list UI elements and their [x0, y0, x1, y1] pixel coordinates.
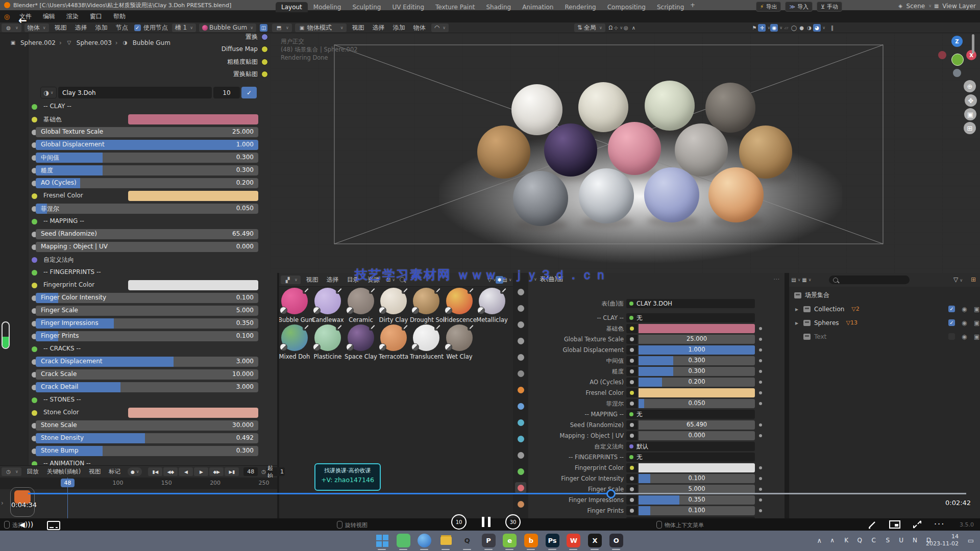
blender-menu-icon[interactable]: ◎: [3, 13, 11, 20]
menu-关键帧(插帧)[interactable]: 关键帧(插帧): [43, 468, 85, 475]
slider[interactable]: Stone Scale30.000: [36, 420, 258, 431]
menu-窗口[interactable]: 窗口: [84, 10, 108, 22]
tab-scene[interactable]: [515, 352, 526, 363]
play-reverse-button[interactable]: ◀: [179, 467, 193, 476]
slider[interactable]: Crack Scale10.000: [36, 369, 258, 380]
tab-particles[interactable]: [515, 417, 526, 428]
jump-to-end-button[interactable]: ▶▮: [225, 467, 239, 476]
slider[interactable]: Stone Bump0.300: [36, 446, 258, 456]
timeline-editor-dropdown[interactable]: ◷∨: [2, 467, 21, 476]
node-group-checkbox[interactable]: ✓: [241, 87, 257, 98]
socket-dot-box[interactable]: [626, 474, 638, 483]
slider[interactable]: 1.000: [639, 345, 755, 355]
menu-视图[interactable]: 视图: [51, 23, 71, 32]
keyframe-dot[interactable]: [759, 402, 762, 405]
socket-dot[interactable]: [32, 257, 37, 263]
asset-candlewax[interactable]: Candlewax: [311, 288, 344, 323]
timeline-ruler[interactable]: 100150200250: [0, 478, 277, 489]
menu-视图[interactable]: 视图: [302, 276, 323, 284]
menu-选择[interactable]: 选择: [369, 23, 389, 32]
clay-sphere-pink-clay[interactable]: [608, 122, 661, 175]
tab-texture[interactable]: [515, 498, 526, 510]
clay-sphere-galaxy-clay[interactable]: [544, 123, 597, 177]
slider[interactable]: Mapping : Object | UV0.000: [36, 242, 258, 252]
checkbox-toggle[interactable]: ✓: [948, 319, 955, 326]
color-swatch[interactable]: [128, 191, 258, 201]
slider[interactable]: Global Texture Scale25.000: [36, 127, 258, 137]
clay-sphere-cream-clay[interactable]: [578, 82, 628, 132]
xray-toggle-icon[interactable]: ▱: [782, 24, 790, 32]
tab-uv-editing[interactable]: UV Editing: [386, 2, 430, 12]
clay-sphere-chrome-clay[interactable]: [579, 168, 634, 223]
shading-material-icon[interactable]: ◑: [805, 24, 813, 32]
node-group-name[interactable]: Clay 3.Doh: [58, 87, 212, 98]
proportional-edit-icon[interactable]: ◎: [622, 24, 630, 32]
rewind-10-button[interactable]: 10: [451, 514, 467, 530]
menu-视图[interactable]: 视图: [348, 23, 369, 32]
slider[interactable]: 0.050: [639, 399, 755, 408]
app-quark[interactable]: [418, 534, 431, 547]
tray-expand-icon[interactable]: ∧: [817, 537, 822, 544]
tab-texture-paint[interactable]: Texture Paint: [430, 2, 480, 12]
playhead-badge[interactable]: 48: [61, 479, 75, 487]
player-progress-bar[interactable]: [28, 493, 966, 494]
tab-modifiers[interactable]: [515, 400, 526, 412]
menu-渲染[interactable]: 渲染: [61, 10, 84, 22]
enum-field[interactable]: 默认: [626, 442, 755, 451]
shading-solid-icon[interactable]: ●: [798, 24, 805, 32]
slider[interactable]: 菲涅尔0.050: [36, 204, 258, 214]
socket-dot[interactable]: [32, 270, 37, 276]
view-layer-selector[interactable]: ▦ View Layer: [933, 2, 976, 10]
socket-dot-box[interactable]: [626, 431, 638, 440]
falloff-icon[interactable]: ∧: [630, 24, 638, 32]
clay-sphere-tan-clay[interactable]: [477, 126, 530, 179]
tab-physics[interactable]: [515, 433, 526, 444]
color-swatch[interactable]: [128, 280, 258, 290]
asset-plasticine[interactable]: Plasticine: [311, 324, 344, 360]
tab-object-data[interactable]: [515, 466, 526, 477]
socket-dot[interactable]: [261, 59, 268, 65]
slider[interactable]: 65.490: [639, 420, 755, 430]
keyframe-dot[interactable]: [759, 477, 762, 480]
socket-dot[interactable]: [32, 410, 37, 416]
forward-30-button[interactable]: 30: [505, 514, 521, 530]
enum-field[interactable]: 无: [626, 313, 755, 322]
filter-icon[interactable]: ▽∨: [953, 276, 963, 283]
tray-icon-6[interactable]: N: [913, 537, 917, 544]
scene-selector[interactable]: ◈ Scene∨: [897, 2, 932, 10]
outliner-search-input[interactable]: [829, 276, 910, 284]
asset-editor-dropdown[interactable]: ▞∨: [281, 276, 301, 284]
tray-icon-3[interactable]: C: [872, 537, 876, 544]
slider[interactable]: Crack Displacement3.000: [36, 357, 258, 367]
viewport-editor-dropdown[interactable]: ⬒∨: [272, 23, 292, 32]
player-progress-handle[interactable]: [606, 489, 616, 498]
slider[interactable]: AO (Cycles)0.200: [36, 178, 258, 188]
slider[interactable]: Finger Color Intensity0.100: [36, 293, 258, 303]
socket-dot[interactable]: [32, 283, 37, 288]
axis-z[interactable]: Z: [951, 36, 963, 47]
export-button[interactable]: ⚡导出: [756, 2, 781, 12]
transform-orientation-icon[interactable]: ◠∨: [431, 23, 449, 32]
camera-toggle-icon[interactable]: ▣: [974, 319, 979, 327]
asset-mixed-doh[interactable]: Mixed Doh: [279, 324, 311, 360]
auto-key-button[interactable]: ●∨: [128, 467, 142, 476]
pan-hand-button[interactable]: ✥: [965, 94, 977, 107]
slider[interactable]: 糙度0.300: [36, 165, 258, 176]
keyframe-dot[interactable]: [759, 348, 762, 352]
tab-layout[interactable]: Layout: [276, 2, 308, 12]
slider[interactable]: Finger Impressions0.350: [36, 318, 258, 329]
enum-field[interactable]: 无: [626, 410, 755, 419]
asset-space-clay[interactable]: Space Clay: [345, 324, 377, 360]
asset-metalliclay[interactable]: Metalliclay: [476, 288, 508, 323]
menu-添加[interactable]: 添加: [91, 23, 112, 32]
keyframe-dot[interactable]: [759, 370, 762, 373]
slider[interactable]: 0.200: [639, 378, 755, 387]
slider[interactable]: 0.300: [639, 356, 755, 365]
tab-output[interactable]: [515, 319, 526, 330]
notification-icon[interactable]: ▭: [968, 537, 974, 544]
mode-dropdown[interactable]: ▣物体模式∨: [295, 23, 347, 32]
socket-dot-box[interactable]: [626, 367, 638, 376]
socket-dot-box[interactable]: [626, 345, 638, 355]
menu-视图[interactable]: 视图: [85, 468, 105, 475]
outliner-root[interactable]: 场景集合: [789, 288, 980, 302]
